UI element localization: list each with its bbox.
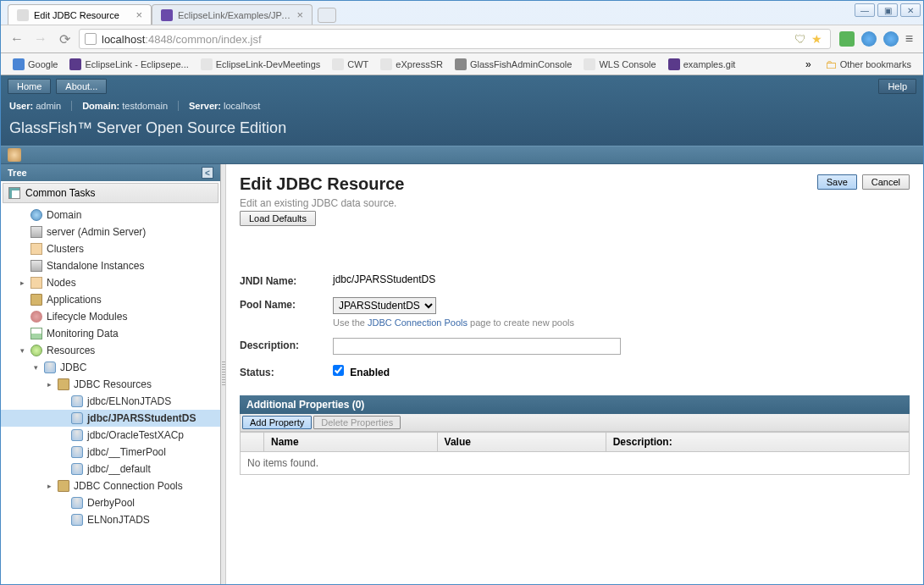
tree-item-label: jdbc/__TimerPool [87, 446, 166, 458]
select-all-column[interactable] [241, 433, 264, 452]
tree-expander-icon[interactable]: ▾ [31, 363, 40, 372]
page-title: Edit JDBC Resource [240, 174, 405, 194]
cancel-button[interactable]: Cancel [862, 174, 910, 190]
tree-item[interactable]: Lifecycle Modules [1, 308, 220, 325]
tree-item[interactable]: ▾JDBC [1, 359, 220, 376]
db-icon [70, 445, 84, 459]
save-button[interactable]: Save [817, 174, 857, 190]
url-toolbar: ← → ⟳ localhost:4848/common/index.jsf 🛡 … [1, 25, 923, 53]
tab-close-icon[interactable]: × [296, 8, 303, 21]
nav-forward-button[interactable]: → [31, 30, 50, 48]
chart-icon [30, 327, 43, 340]
properties-table: Name Value Description: No items found. [240, 432, 910, 475]
other-bookmarks-folder[interactable]: 🗀 Other bookmarks [820, 56, 916, 73]
bookmark-favicon [584, 58, 595, 70]
bookmarks-overflow[interactable]: » [805, 58, 811, 70]
description-input[interactable] [333, 338, 621, 355]
tree-item[interactable]: ▾Resources [1, 342, 220, 359]
navigation-tree: Tree < Common Tasks Domainserver (Admin … [1, 164, 221, 584]
window-maximize-button[interactable]: ▣ [877, 3, 898, 17]
tree-expander-icon[interactable]: ▸ [45, 482, 53, 490]
jndi-name-label: JNDI Name: [240, 273, 333, 287]
tree-item[interactable]: ▸JDBC Resources [1, 376, 220, 393]
tree-item-label: jdbc/OracleTestXACp [87, 429, 184, 441]
db-icon [70, 513, 84, 527]
tree-item[interactable]: jdbc/JPARSStudentDS [1, 410, 220, 427]
common-tasks-link[interactable]: Common Tasks [3, 183, 219, 203]
url-input[interactable]: localhost:4848/common/index.jsf 🛡 ★ [79, 29, 831, 49]
bookmark-favicon [332, 58, 344, 70]
shield-icon[interactable]: 🛡 [794, 32, 808, 46]
tree-expander-icon[interactable]: ▸ [45, 380, 53, 389]
tab-close-icon[interactable]: × [136, 8, 142, 21]
extension-icon[interactable] [883, 31, 899, 47]
window-minimize-button[interactable]: — [855, 3, 875, 17]
tree-item[interactable]: jdbc/OracleTestXACp [1, 427, 220, 444]
name-column-header[interactable]: Name [264, 433, 438, 452]
tree-item[interactable]: server (Admin Server) [1, 224, 220, 240]
about-button[interactable]: About... [56, 79, 107, 94]
pool-hint: Use the JDBC Connection Pools page to cr… [333, 317, 910, 328]
add-property-button[interactable]: Add Property [242, 416, 312, 429]
main-content: Edit JDBC Resource Edit an existing JDBC… [226, 164, 923, 584]
help-button[interactable]: Help [878, 79, 916, 94]
bookmark-item[interactable]: WLS Console [578, 57, 661, 72]
bookmark-item[interactable]: eXpressSR [375, 57, 448, 72]
tree-expander-icon[interactable]: ▸ [18, 279, 26, 287]
browser-tab-active[interactable]: Edit JDBC Resource × [8, 4, 152, 25]
tree-expander-icon[interactable]: ▾ [18, 346, 26, 355]
bookmark-item[interactable]: EclipseLink - Eclipsepe... [64, 57, 193, 72]
status-enabled-checkbox[interactable] [333, 365, 344, 376]
db-icon [70, 462, 84, 476]
extension-icon[interactable] [839, 31, 855, 47]
tree-item[interactable]: Domain [1, 207, 220, 224]
description-label: Description: [240, 338, 333, 351]
description-column-header[interactable]: Description: [606, 433, 909, 452]
browser-menu-icon[interactable]: ≡ [905, 31, 913, 47]
grid-icon [8, 187, 20, 199]
new-tab-button[interactable] [318, 8, 336, 23]
pool-name-select[interactable]: JPARSStudentDS [333, 297, 436, 314]
tree-item[interactable]: Monitoring Data [1, 325, 220, 342]
browser-tab-inactive[interactable]: EclipseLink/Examples/JPARS × [152, 4, 313, 25]
cluster-icon [30, 276, 43, 290]
nav-back-button[interactable]: ← [8, 30, 26, 48]
tree-item[interactable]: ▸JDBC Connection Pools [1, 477, 220, 494]
tree-item[interactable]: ▸Nodes [1, 274, 220, 291]
extension-icon[interactable] [861, 31, 877, 47]
tree-item[interactable]: Applications [1, 291, 220, 308]
tree-item-label: Resources [47, 345, 95, 356]
home-button[interactable]: Home [8, 79, 51, 94]
home-icon[interactable] [8, 148, 21, 162]
value-column-header[interactable]: Value [437, 433, 606, 452]
tree-item[interactable]: jdbc/__default [1, 461, 220, 477]
tree-item-label: Clusters [47, 243, 84, 255]
status-label: Status: [240, 365, 333, 378]
tab-title: Edit JDBC Resource [34, 10, 130, 20]
tree-item[interactable]: DerbyPool [1, 494, 220, 511]
bookmark-item[interactable]: Google [8, 57, 63, 72]
status-enabled-label: Enabled [350, 367, 390, 378]
gf-header: Home About... Help User: admin Domain: t… [1, 75, 923, 164]
bookmark-item[interactable]: examples.git [663, 57, 741, 72]
tree-collapse-button[interactable]: < [202, 167, 213, 179]
delete-properties-button[interactable]: Delete Properties [313, 416, 401, 429]
tree-item[interactable]: Standalone Instances [1, 257, 220, 274]
tree-item[interactable]: jdbc/__TimerPool [1, 444, 220, 461]
tree-item[interactable]: ELNonJTADS [1, 511, 220, 528]
load-defaults-button[interactable]: Load Defaults [240, 211, 316, 226]
tree-header: Tree < [1, 164, 220, 181]
jdbc-pools-link[interactable]: JDBC Connection Pools [368, 317, 468, 328]
bookmark-item[interactable]: CWT [327, 57, 373, 72]
tree-item[interactable]: jdbc/ELNonJTADS [1, 393, 220, 410]
star-icon[interactable]: ★ [811, 32, 825, 46]
tab-favicon [17, 9, 29, 21]
tree-item[interactable]: Clusters [1, 240, 220, 257]
bookmark-item[interactable]: EclipseLink-DevMeetings [196, 57, 326, 72]
glassfish-admin-console: Home About... Help User: admin Domain: t… [1, 75, 923, 584]
tree-item-label: jdbc/JPARSStudentDS [87, 412, 196, 424]
nav-reload-button[interactable]: ⟳ [55, 30, 74, 48]
folder-icon [57, 378, 70, 391]
window-close-button[interactable]: ✕ [900, 3, 921, 17]
bookmark-item[interactable]: GlassFishAdminConsole [450, 57, 577, 72]
